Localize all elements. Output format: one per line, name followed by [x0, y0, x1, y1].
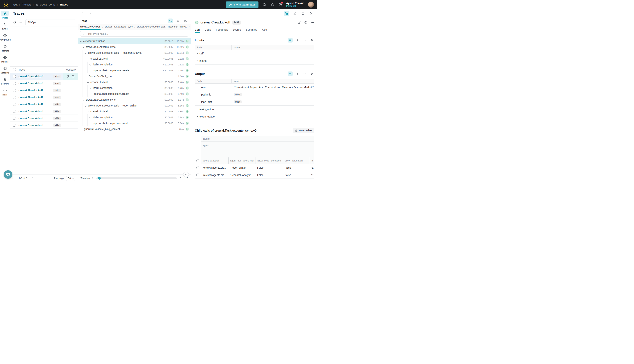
trace-tree-row[interactable]: crewai.Agent.execute_task - 'Report Writ…: [78, 103, 191, 108]
rows-view-button[interactable]: [288, 72, 292, 76]
expand-all-button[interactable]: [295, 72, 300, 76]
sidebar-item-playground[interactable]: Playground: [0, 32, 10, 41]
trace-tree-row[interactable]: litellm.completion<$0.00012.82s: [78, 62, 191, 68]
row-checkbox[interactable]: [196, 166, 199, 169]
collapse-toggle[interactable]: [87, 58, 90, 60]
sidebar-item-models[interactable]: Models: [0, 54, 10, 63]
trace-link[interactable]: crewai.Crew.kickoff: [19, 82, 43, 85]
trace-tree-row[interactable]: crewai.Task.execute_sync$0.00035.87s: [78, 97, 191, 103]
output-row[interactable]: json_dictnull: [195, 98, 314, 106]
row-checkbox[interactable]: [13, 75, 16, 78]
column-header[interactable]: allow_delegation: [283, 158, 310, 164]
trace-link[interactable]: crewai.Flow.kickoff: [19, 103, 43, 106]
timeline-prev-icon[interactable]: [92, 178, 94, 179]
trace-tree-row[interactable]: crewai.Task.execute_sync$0.000713.92s: [78, 44, 191, 50]
output-row[interactable]: pydanticnull: [195, 91, 314, 98]
next-page-icon[interactable]: [32, 178, 33, 179]
trace-link[interactable]: crewai.Flow.kickoff: [19, 96, 43, 99]
table-row[interactable]: crewai.Crew.kickoff9d89: [10, 73, 78, 80]
trace-crumb-tab[interactable]: crewai.Crew.kickoff: [80, 24, 101, 30]
breadcrumb-item[interactable]: crewai_demo: [36, 3, 55, 6]
refresh-icon[interactable]: [13, 20, 16, 24]
code-view-button[interactable]: [302, 72, 307, 76]
tab-use[interactable]: Use: [262, 27, 267, 33]
output-row[interactable]: token_usage: [195, 113, 314, 120]
ops-filter-dropdown[interactable]: All Ops: [25, 19, 75, 25]
table-row[interactable]: crewai.Flow.kickoffc5ff: [10, 101, 78, 108]
row-checkbox[interactable]: [196, 174, 199, 176]
table-row[interactable]: crewai.Flow.kickoffeab1: [10, 87, 78, 94]
table-row[interactable]: crewai.Flow.kickoffc59f: [10, 94, 78, 101]
trace-link[interactable]: crewai.Crew.kickoff: [19, 110, 43, 113]
code-view-button[interactable]: [175, 18, 180, 23]
timeline-next-icon[interactable]: [179, 178, 181, 179]
tab-call[interactable]: Call: [195, 27, 200, 33]
collapse-toggle[interactable]: [87, 82, 90, 83]
select-all-checkbox[interactable]: [13, 68, 16, 71]
collapse-toggle[interactable]: [83, 46, 86, 48]
breadcrumb-item[interactable]: ayut: [13, 3, 18, 6]
sidebar-item-evals[interactable]: Evals: [0, 22, 10, 30]
collapse-toggle[interactable]: [85, 52, 88, 54]
trace-tree-row[interactable]: crewai.LLM.call$0.00069.40s: [78, 79, 191, 85]
tab-scores[interactable]: Scores: [233, 27, 241, 33]
add-reaction-icon[interactable]: [297, 21, 301, 24]
row-checkbox[interactable]: [13, 110, 16, 113]
row-checkbox[interactable]: [13, 96, 16, 99]
column-header[interactable]: agent_ops_agent_nan: [228, 158, 255, 164]
trace-tree-row[interactable]: openai.chat.completions.create$0.00069.4…: [78, 91, 191, 97]
tab-summary[interactable]: Summary: [246, 27, 257, 33]
column-header[interactable]: agent_executor: [201, 158, 228, 164]
add-reaction-icon[interactable]: [66, 75, 69, 78]
chevron-right-icon[interactable]: [196, 52, 198, 54]
breadcrumb-item[interactable]: Traces: [60, 3, 68, 6]
prev-page-icon[interactable]: [13, 178, 14, 179]
arrow-down-icon[interactable]: [88, 12, 92, 15]
table-row[interactable]: <crewai.agents.cre...'Report Writer'Fals…: [195, 164, 314, 171]
arrow-up-icon[interactable]: [81, 12, 85, 15]
avatar[interactable]: [308, 2, 314, 8]
more-options-icon[interactable]: [311, 21, 314, 24]
row-checkbox[interactable]: [13, 124, 16, 127]
table-row[interactable]: <crewai.agents.cre...'Research Analyst'F…: [195, 171, 314, 179]
trace-tree-row[interactable]: openai.chat.completions.create$0.00035.8…: [78, 120, 191, 126]
trace-link[interactable]: crewai.Crew.kickoff: [19, 117, 43, 120]
timeline-slider[interactable]: [96, 178, 177, 179]
timeline-slider-handle[interactable]: [98, 177, 101, 180]
sidebar-item-more[interactable]: More: [0, 88, 10, 96]
chevron-right-icon[interactable]: [196, 108, 198, 110]
notifications-bell-icon[interactable]: [270, 3, 274, 6]
close-button[interactable]: [308, 11, 314, 16]
op-name-filter-input[interactable]: Filter by op name...: [80, 31, 188, 37]
rows-view-button[interactable]: [288, 38, 292, 42]
output-row[interactable]: tasks_output: [195, 106, 314, 113]
row-checkbox[interactable]: [13, 103, 16, 106]
tab-feedback[interactable]: Feedback: [216, 27, 228, 33]
column-header[interactable]: b: [310, 158, 314, 164]
filter-settings-icon[interactable]: [19, 20, 23, 24]
trace-link[interactable]: crewai.Flow.kickoff: [19, 89, 43, 92]
input-row[interactable]: inputs: [195, 57, 314, 64]
table-row[interactable]: crewai.Crew.kickoff316c: [10, 108, 78, 115]
comment-icon[interactable]: [72, 75, 75, 78]
chevron-right-icon[interactable]: [196, 60, 198, 62]
comment-icon[interactable]: [304, 21, 307, 24]
chevron-right-icon[interactable]: [196, 116, 198, 118]
column-header[interactable]: allow_code_execution: [255, 158, 283, 164]
tree-toggle-button[interactable]: [284, 11, 289, 16]
trace-crumb-tab[interactable]: crewai.Agent.execute_task - 'Research An…: [137, 24, 187, 30]
output-row[interactable]: raw**Investment Report: AI in Chemical a…: [195, 84, 314, 91]
sidebar-item-scorers[interactable]: Scorers: [0, 76, 10, 85]
trace-tree-row[interactable]: crewai.Crew.kickoff$0.001019.83s: [78, 38, 191, 44]
hide-button[interactable]: [309, 38, 314, 42]
collapse-toggle[interactable]: [87, 111, 90, 112]
help-button[interactable]: [278, 3, 282, 6]
trace-tree-row[interactable]: guardrail-validate_blog_content0ms: [78, 126, 191, 132]
sidebar-item-datasets[interactable]: Datasets: [0, 66, 10, 74]
wandb-logo-icon[interactable]: [3, 2, 9, 8]
select-all-checkbox[interactable]: [196, 159, 199, 162]
trace-link[interactable]: crewai.Crew.kickoff: [19, 124, 43, 127]
trace-crumb-tab[interactable]: crewai.Task.execute_sync: [105, 24, 133, 30]
go-to-table-button[interactable]: Go to table: [292, 128, 314, 133]
trace-link[interactable]: crewai.Crew.kickoff: [19, 75, 43, 78]
